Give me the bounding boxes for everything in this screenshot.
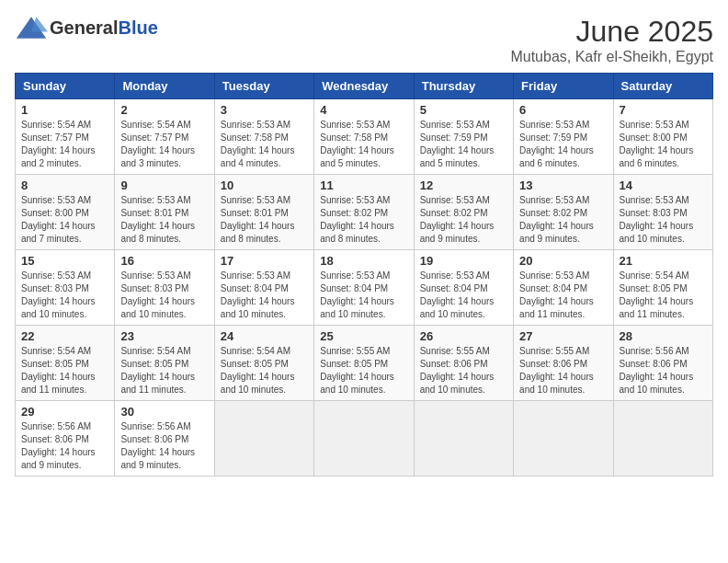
header-thursday: Thursday — [414, 74, 513, 99]
calendar-week-3: 15 Sunrise: 5:53 AMSunset: 8:03 PMDaylig… — [16, 250, 713, 326]
day-info: Sunrise: 5:55 AMSunset: 8:06 PMDaylight:… — [519, 345, 607, 396]
day-number: 8 — [21, 178, 108, 192]
day-info: Sunrise: 5:54 AMSunset: 8:05 PMDaylight:… — [21, 345, 108, 396]
calendar-title: June 2025 — [510, 15, 713, 49]
calendar-cell: 11 Sunrise: 5:53 AMSunset: 8:02 PMDaylig… — [314, 175, 414, 250]
day-number: 9 — [120, 178, 208, 192]
day-info: Sunrise: 5:53 AMSunset: 8:04 PMDaylight:… — [320, 270, 407, 321]
header-sunday: Sunday — [16, 74, 115, 99]
day-info: Sunrise: 5:56 AMSunset: 8:06 PMDaylight:… — [21, 420, 108, 472]
calendar-cell: 19 Sunrise: 5:53 AMSunset: 8:04 PMDaylig… — [414, 250, 513, 326]
day-info: Sunrise: 5:56 AMSunset: 8:06 PMDaylight:… — [120, 420, 208, 472]
day-info: Sunrise: 5:53 AMSunset: 8:02 PMDaylight:… — [519, 194, 607, 246]
calendar-cell: 9 Sunrise: 5:53 AMSunset: 8:01 PMDayligh… — [115, 175, 214, 250]
logo-icon — [15, 15, 48, 40]
day-number: 20 — [519, 254, 607, 268]
header-saturday: Saturday — [613, 74, 712, 99]
day-number: 15 — [21, 254, 108, 268]
calendar-cell: 20 Sunrise: 5:53 AMSunset: 8:04 PMDaylig… — [514, 250, 613, 326]
calendar-cell: 25 Sunrise: 5:55 AMSunset: 8:05 PMDaylig… — [314, 326, 414, 401]
calendar-week-5: 29 Sunrise: 5:56 AMSunset: 8:06 PMDaylig… — [16, 401, 713, 477]
calendar-cell: 24 Sunrise: 5:54 AMSunset: 8:05 PMDaylig… — [214, 326, 313, 401]
day-number: 30 — [120, 405, 208, 419]
calendar-cell: 8 Sunrise: 5:53 AMSunset: 8:00 PMDayligh… — [16, 175, 115, 250]
day-number: 1 — [21, 103, 108, 117]
header-friday: Friday — [514, 74, 613, 99]
day-number: 19 — [420, 254, 507, 268]
day-number: 3 — [221, 103, 308, 117]
calendar-cell: 21 Sunrise: 5:54 AMSunset: 8:05 PMDaylig… — [613, 250, 712, 326]
calendar-table: Sunday Monday Tuesday Wednesday Thursday… — [15, 73, 713, 477]
calendar-cell — [314, 401, 414, 477]
day-number: 10 — [221, 178, 308, 192]
day-info: Sunrise: 5:53 AMSunset: 8:03 PMDaylight:… — [120, 270, 208, 321]
calendar-cell: 16 Sunrise: 5:53 AMSunset: 8:03 PMDaylig… — [115, 250, 214, 326]
calendar-cell — [514, 401, 613, 477]
calendar-cell: 27 Sunrise: 5:55 AMSunset: 8:06 PMDaylig… — [514, 326, 613, 401]
logo-blue-text: Blue — [118, 17, 157, 38]
day-number: 12 — [420, 178, 507, 192]
day-number: 28 — [620, 329, 707, 343]
day-info: Sunrise: 5:54 AMSunset: 7:57 PMDaylight:… — [120, 119, 208, 170]
day-info: Sunrise: 5:53 AMSunset: 8:03 PMDaylight:… — [21, 270, 108, 321]
logo: GeneralBlue — [15, 15, 158, 40]
day-number: 26 — [420, 329, 507, 343]
day-number: 23 — [120, 329, 208, 343]
calendar-cell: 6 Sunrise: 5:53 AMSunset: 7:59 PMDayligh… — [514, 99, 613, 175]
header-wednesday: Wednesday — [314, 74, 414, 99]
day-number: 27 — [519, 329, 607, 343]
day-number: 17 — [221, 254, 308, 268]
day-info: Sunrise: 5:53 AMSunset: 8:04 PMDaylight:… — [221, 270, 308, 321]
day-number: 18 — [320, 254, 407, 268]
day-number: 13 — [519, 178, 607, 192]
svg-marker-1 — [31, 17, 48, 31]
calendar-cell: 4 Sunrise: 5:53 AMSunset: 7:58 PMDayligh… — [314, 99, 414, 175]
calendar-cell: 13 Sunrise: 5:53 AMSunset: 8:02 PMDaylig… — [514, 175, 613, 250]
day-info: Sunrise: 5:53 AMSunset: 7:58 PMDaylight:… — [320, 119, 407, 170]
day-info: Sunrise: 5:55 AMSunset: 8:06 PMDaylight:… — [420, 345, 507, 396]
day-info: Sunrise: 5:54 AMSunset: 7:57 PMDaylight:… — [21, 119, 108, 170]
day-info: Sunrise: 5:53 AMSunset: 8:00 PMDaylight:… — [620, 119, 707, 170]
header-row: Sunday Monday Tuesday Wednesday Thursday… — [16, 74, 713, 99]
day-number: 14 — [620, 178, 707, 192]
day-number: 22 — [21, 329, 108, 343]
day-number: 4 — [320, 103, 407, 117]
calendar-week-4: 22 Sunrise: 5:54 AMSunset: 8:05 PMDaylig… — [16, 326, 713, 401]
day-info: Sunrise: 5:53 AMSunset: 7:59 PMDaylight:… — [420, 119, 507, 170]
day-info: Sunrise: 5:53 AMSunset: 8:01 PMDaylight:… — [221, 194, 308, 246]
day-info: Sunrise: 5:55 AMSunset: 8:05 PMDaylight:… — [320, 345, 407, 396]
calendar-cell: 12 Sunrise: 5:53 AMSunset: 8:02 PMDaylig… — [414, 175, 513, 250]
day-info: Sunrise: 5:53 AMSunset: 8:04 PMDaylight:… — [420, 270, 507, 321]
day-info: Sunrise: 5:54 AMSunset: 8:05 PMDaylight:… — [221, 345, 308, 396]
calendar-subtitle: Mutubas, Kafr el-Sheikh, Egypt — [510, 49, 713, 65]
day-info: Sunrise: 5:53 AMSunset: 8:01 PMDaylight:… — [120, 194, 208, 246]
calendar-cell: 22 Sunrise: 5:54 AMSunset: 8:05 PMDaylig… — [16, 326, 115, 401]
day-info: Sunrise: 5:53 AMSunset: 7:58 PMDaylight:… — [221, 119, 308, 170]
calendar-cell: 5 Sunrise: 5:53 AMSunset: 7:59 PMDayligh… — [414, 99, 513, 175]
day-info: Sunrise: 5:53 AMSunset: 8:02 PMDaylight:… — [320, 194, 407, 246]
calendar-cell: 10 Sunrise: 5:53 AMSunset: 8:01 PMDaylig… — [214, 175, 313, 250]
header-monday: Monday — [115, 74, 214, 99]
calendar-cell: 7 Sunrise: 5:53 AMSunset: 8:00 PMDayligh… — [613, 99, 712, 175]
logo-general-text: General — [50, 17, 118, 38]
day-info: Sunrise: 5:53 AMSunset: 8:00 PMDaylight:… — [21, 194, 108, 246]
day-info: Sunrise: 5:54 AMSunset: 8:05 PMDaylight:… — [120, 345, 208, 396]
calendar-cell — [414, 401, 513, 477]
calendar-cell: 30 Sunrise: 5:56 AMSunset: 8:06 PMDaylig… — [115, 401, 214, 477]
calendar-cell: 29 Sunrise: 5:56 AMSunset: 8:06 PMDaylig… — [16, 401, 115, 477]
day-number: 5 — [420, 103, 507, 117]
day-number: 24 — [221, 329, 308, 343]
day-number: 29 — [21, 405, 108, 419]
day-number: 7 — [620, 103, 707, 117]
calendar-week-1: 1 Sunrise: 5:54 AMSunset: 7:57 PMDayligh… — [16, 99, 713, 175]
calendar-cell: 1 Sunrise: 5:54 AMSunset: 7:57 PMDayligh… — [16, 99, 115, 175]
header-tuesday: Tuesday — [214, 74, 313, 99]
day-number: 25 — [320, 329, 407, 343]
calendar-cell: 18 Sunrise: 5:53 AMSunset: 8:04 PMDaylig… — [314, 250, 414, 326]
calendar-cell: 2 Sunrise: 5:54 AMSunset: 7:57 PMDayligh… — [115, 99, 214, 175]
day-number: 11 — [320, 178, 407, 192]
calendar-cell — [214, 401, 313, 477]
calendar-cell: 17 Sunrise: 5:53 AMSunset: 8:04 PMDaylig… — [214, 250, 313, 326]
calendar-cell: 14 Sunrise: 5:53 AMSunset: 8:03 PMDaylig… — [613, 175, 712, 250]
calendar-cell: 3 Sunrise: 5:53 AMSunset: 7:58 PMDayligh… — [214, 99, 313, 175]
